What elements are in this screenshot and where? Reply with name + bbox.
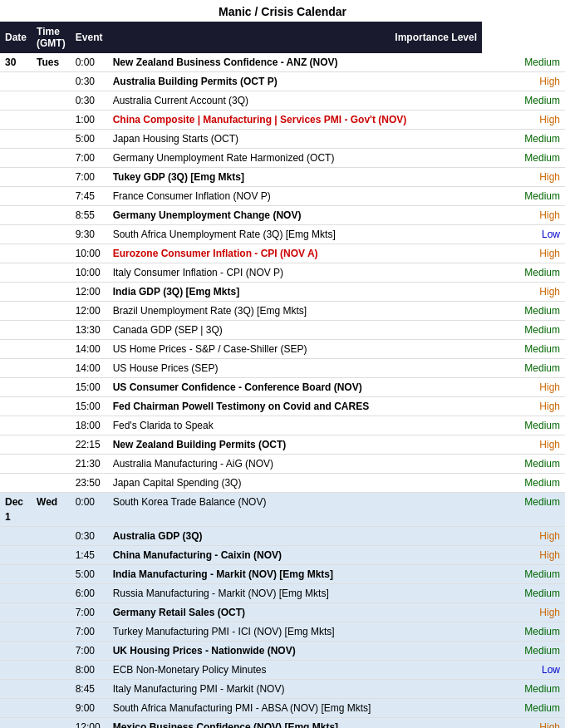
importance-cell: High [482, 244, 565, 263]
day-cell [32, 642, 71, 661]
time-cell: 14:00 [71, 359, 108, 378]
time-cell: 15:00 [71, 378, 108, 397]
header-importance: Importance Level [108, 22, 482, 53]
table-row: 15:00Fed Chairman Powell Testimony on Co… [0, 397, 565, 416]
importance-cell: Medium [482, 340, 565, 359]
day-cell [32, 149, 71, 168]
date-cell: 30 [0, 53, 32, 72]
time-cell: 7:00 [71, 149, 108, 168]
date-cell [0, 206, 32, 225]
day-cell [32, 263, 71, 283]
table-row: 15:00US Consumer Confidence - Conference… [0, 378, 565, 397]
day-cell [32, 168, 71, 187]
table-row: 8:55Germany Unemployment Change (NOV)Hig… [0, 206, 565, 225]
table-row: 9:00South Africa Manufacturing PMI - ABS… [0, 699, 565, 718]
day-cell [32, 378, 71, 397]
importance-cell: High [482, 718, 565, 729]
importance-cell: High [482, 546, 565, 565]
importance-cell: Medium [482, 642, 565, 661]
table-row: 10:00Italy Consumer Inflation - CPI (NOV… [0, 263, 565, 283]
day-cell [32, 718, 71, 729]
date-cell [0, 72, 32, 91]
event-cell: Germany Retail Sales (OCT) [108, 603, 482, 622]
table-row: 0:30Australia Building Permits (OCT P)Hi… [0, 72, 565, 91]
time-cell: 21:30 [71, 455, 108, 474]
day-cell [32, 527, 71, 546]
importance-cell: Medium [482, 130, 565, 149]
event-cell: Australia Current Account (3Q) [108, 91, 482, 111]
date-cell [0, 603, 32, 622]
importance-cell: Medium [482, 455, 565, 474]
time-cell: 6:00 [71, 584, 108, 603]
date-cell [0, 187, 32, 206]
table-row: 23:50Japan Capital Spending (3Q)Medium [0, 474, 565, 493]
date-cell [0, 283, 32, 302]
header-date: Date [0, 22, 32, 53]
importance-cell: Medium [482, 474, 565, 493]
date-cell [0, 359, 32, 378]
event-cell: Japan Capital Spending (3Q) [108, 474, 482, 493]
date-cell [0, 661, 32, 680]
event-cell: New Zealand Building Permits (OCT) [108, 435, 482, 455]
date-cell [0, 130, 32, 149]
table-row: 8:00ECB Non-Monetary Policy MinutesLow [0, 661, 565, 680]
day-cell [32, 661, 71, 680]
day-cell [32, 244, 71, 263]
importance-cell: Medium [482, 565, 565, 584]
event-cell: India Manufacturing - Markit (NOV) [Emg … [108, 565, 482, 584]
day-cell [32, 546, 71, 565]
table-header: Date Time (GMT) Event Importance Level [0, 22, 565, 53]
event-cell: Italy Consumer Inflation - CPI (NOV P) [108, 263, 482, 283]
event-cell: Russia Manufacturing - Markit (NOV) [Emg… [108, 584, 482, 603]
date-cell [0, 91, 32, 111]
day-cell [32, 206, 71, 225]
time-cell: 10:00 [71, 263, 108, 283]
table-row: 14:00US Home Prices - S&P / Case-Shiller… [0, 340, 565, 359]
day-cell [32, 603, 71, 622]
date-cell [0, 340, 32, 359]
event-cell: Japan Housing Starts (OCT) [108, 130, 482, 149]
date-cell [0, 168, 32, 187]
day-cell [32, 435, 71, 455]
day-cell: Tues [32, 53, 71, 72]
date-cell [0, 416, 32, 435]
table-row: 12:00Mexico Business Confidence (NOV) [E… [0, 718, 565, 729]
time-cell: 14:00 [71, 340, 108, 359]
event-cell: US Home Prices - S&P / Case-Shiller (SEP… [108, 340, 482, 359]
date-cell [0, 397, 32, 416]
table-row: 7:00Germany Unemployment Rate Harmonized… [0, 149, 565, 168]
time-cell: 0:30 [71, 527, 108, 546]
importance-cell: High [482, 527, 565, 546]
event-cell: Canada GDP (SEP | 3Q) [108, 321, 482, 340]
event-cell: India GDP (3Q) [Emg Mkts] [108, 283, 482, 302]
importance-cell: Medium [482, 416, 565, 435]
date-cell [0, 225, 32, 244]
time-cell: 8:55 [71, 206, 108, 225]
day-cell [32, 359, 71, 378]
date-cell [0, 321, 32, 340]
importance-cell: Medium [482, 680, 565, 699]
date-cell [0, 263, 32, 283]
table-row: 12:00Brazil Unemployment Rate (3Q) [Emg … [0, 302, 565, 321]
day-cell [32, 340, 71, 359]
event-cell: Germany Unemployment Change (NOV) [108, 206, 482, 225]
time-cell: 18:00 [71, 416, 108, 435]
importance-cell: Medium [482, 584, 565, 603]
event-cell: Australia GDP (3Q) [108, 527, 482, 546]
date-cell [0, 244, 32, 263]
event-cell: Fed's Clarida to Speak [108, 416, 482, 435]
date-cell: Dec1 [0, 493, 32, 527]
day-cell [32, 91, 71, 111]
date-cell [0, 642, 32, 661]
time-cell: 7:00 [71, 622, 108, 642]
table-row: 7:00Turkey Manufacturing PMI - ICI (NOV)… [0, 622, 565, 642]
table-row: 1:00China Composite | Manufacturing | Se… [0, 111, 565, 130]
importance-cell: Low [482, 225, 565, 244]
importance-cell: Medium [482, 321, 565, 340]
time-cell: 7:00 [71, 168, 108, 187]
header-event: Event [71, 22, 108, 53]
date-cell [0, 699, 32, 718]
event-cell: Italy Manufacturing PMI - Markit (NOV) [108, 680, 482, 699]
table-row: 5:00India Manufacturing - Markit (NOV) [… [0, 565, 565, 584]
time-cell: 0:30 [71, 72, 108, 91]
